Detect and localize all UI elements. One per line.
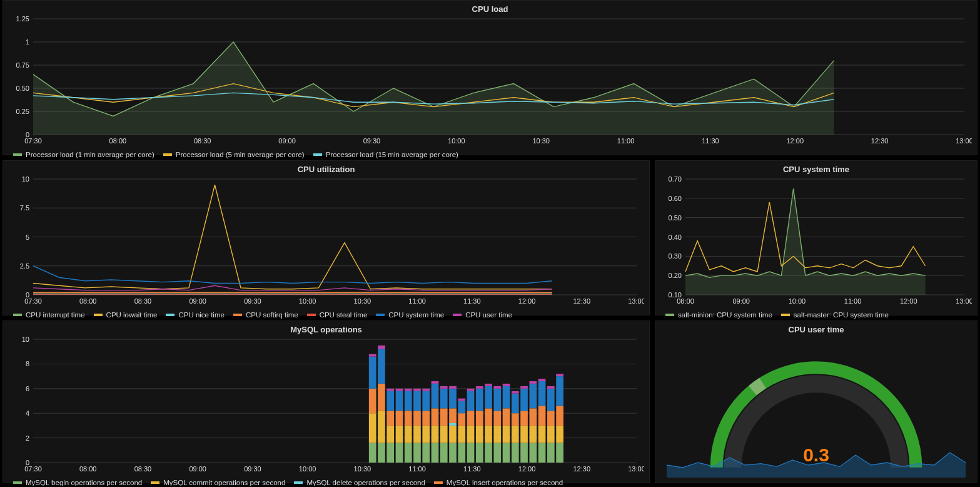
svg-rect-194 bbox=[547, 389, 555, 411]
svg-rect-104 bbox=[386, 389, 394, 391]
svg-rect-99 bbox=[378, 346, 385, 349]
svg-text:13:00: 13:00 bbox=[956, 297, 972, 305]
svg-rect-139 bbox=[449, 389, 457, 409]
svg-rect-128 bbox=[432, 384, 439, 408]
legend-item[interactable]: MySQL commit operations per second bbox=[151, 479, 285, 486]
svg-rect-193 bbox=[547, 411, 555, 426]
legend-item[interactable]: MySQL begin operations per second bbox=[13, 479, 142, 486]
svg-rect-122 bbox=[422, 411, 430, 426]
svg-rect-175 bbox=[512, 391, 519, 394]
chart-cpu-sys-time[interactable]: 0.100.200.300.400.500.600.7008:0009:0010… bbox=[660, 175, 972, 309]
svg-rect-123 bbox=[422, 391, 430, 411]
svg-text:1: 1 bbox=[26, 38, 29, 46]
legend-label: CPU system time bbox=[388, 311, 444, 319]
svg-text:07:30: 07:30 bbox=[24, 297, 42, 305]
legend-item[interactable]: CPU user time bbox=[453, 311, 512, 319]
chart-cpu-util[interactable]: 02.557.51007:3008:0008:3009:0009:3010:00… bbox=[8, 175, 644, 309]
svg-text:6: 6 bbox=[26, 385, 29, 392]
svg-rect-147 bbox=[467, 426, 475, 443]
legend-item[interactable]: MySQL insert operations per second bbox=[434, 479, 563, 486]
svg-rect-162 bbox=[493, 426, 501, 443]
legend-item[interactable]: CPU interrupt time bbox=[13, 311, 85, 319]
svg-rect-136 bbox=[449, 426, 457, 443]
svg-rect-97 bbox=[378, 384, 385, 411]
svg-text:10:00: 10:00 bbox=[299, 297, 316, 305]
legend-item[interactable]: Processor load (1 min average per core) bbox=[13, 151, 154, 158]
svg-rect-125 bbox=[432, 443, 439, 463]
svg-rect-127 bbox=[432, 408, 439, 426]
svg-rect-176 bbox=[520, 443, 528, 463]
svg-rect-101 bbox=[386, 426, 394, 443]
legend-item[interactable]: MySQL delete operations per second bbox=[294, 479, 425, 486]
svg-text:0.75: 0.75 bbox=[16, 61, 29, 69]
legend-item[interactable]: salt-master: CPU system time bbox=[781, 311, 889, 319]
svg-rect-93 bbox=[369, 357, 376, 389]
svg-text:11:00: 11:00 bbox=[617, 137, 635, 145]
legend-label: salt-master: CPU system time bbox=[794, 311, 889, 319]
svg-text:13:00: 13:00 bbox=[628, 465, 644, 473]
svg-rect-165 bbox=[493, 386, 501, 389]
legend-item[interactable]: CPU steal time bbox=[307, 311, 368, 319]
svg-rect-186 bbox=[538, 443, 546, 463]
svg-text:09:30: 09:30 bbox=[363, 137, 381, 145]
svg-rect-116 bbox=[413, 426, 421, 443]
chart-mysql-ops[interactable]: 024681007:3008:0008:3009:0009:3010:0010:… bbox=[8, 336, 644, 476]
legend-item[interactable]: Processor load (15 min average per core) bbox=[313, 151, 458, 158]
svg-text:12:00: 12:00 bbox=[900, 297, 917, 305]
legend-label: CPU steal time bbox=[320, 311, 368, 319]
legend-swatch bbox=[434, 481, 443, 484]
svg-rect-120 bbox=[422, 443, 430, 463]
chart-cpu-load[interactable]: 00.250.500.7511.2507:3008:0008:3009:0009… bbox=[8, 15, 972, 148]
legend-label: MySQL commit operations per second bbox=[163, 479, 285, 486]
legend-swatch bbox=[781, 314, 790, 316]
legend-label: CPU nice time bbox=[178, 311, 225, 319]
legend-item[interactable]: salt-minion: CPU system time bbox=[665, 311, 772, 319]
svg-rect-91 bbox=[369, 413, 376, 443]
svg-rect-96 bbox=[378, 411, 385, 443]
svg-rect-183 bbox=[529, 408, 537, 426]
svg-rect-196 bbox=[556, 443, 563, 463]
svg-text:10:00: 10:00 bbox=[789, 297, 806, 305]
svg-rect-187 bbox=[538, 426, 546, 443]
legend-item[interactable]: Processor load (5 min average per core) bbox=[163, 151, 305, 158]
svg-rect-131 bbox=[440, 426, 448, 443]
legend-item[interactable]: CPU system time bbox=[376, 311, 444, 319]
svg-rect-167 bbox=[503, 426, 510, 443]
svg-rect-164 bbox=[493, 389, 501, 411]
svg-rect-92 bbox=[369, 389, 376, 413]
legend-swatch bbox=[307, 314, 316, 316]
svg-rect-180 bbox=[520, 386, 528, 389]
panel-title-cpu-load[interactable]: CPU load bbox=[8, 4, 972, 14]
svg-rect-90 bbox=[369, 443, 376, 463]
panel-title-cpu-sys-time[interactable]: CPU system time bbox=[660, 165, 972, 174]
legend-item[interactable]: CPU iowait time bbox=[94, 311, 158, 319]
svg-rect-130 bbox=[440, 443, 448, 463]
svg-rect-200 bbox=[556, 374, 563, 376]
panel-title-cpu-user-time[interactable]: CPU user time bbox=[660, 325, 972, 334]
legend-label: MySQL insert operations per second bbox=[447, 479, 563, 486]
svg-text:13:00: 13:00 bbox=[628, 297, 644, 305]
gauge-cpu-user-time[interactable]: 0.3 bbox=[660, 336, 972, 479]
legend-item[interactable]: CPU softirq time bbox=[233, 311, 298, 319]
svg-rect-129 bbox=[432, 381, 439, 384]
svg-rect-100 bbox=[386, 443, 394, 463]
panel-cpu-util: CPU utilization 02.557.51007:3008:0008:3… bbox=[3, 160, 650, 315]
svg-text:4: 4 bbox=[26, 409, 29, 417]
svg-rect-177 bbox=[520, 426, 528, 443]
svg-text:0.40: 0.40 bbox=[669, 233, 682, 241]
legend-swatch bbox=[13, 314, 22, 316]
svg-rect-126 bbox=[432, 426, 439, 443]
panel-title-mysql-ops[interactable]: MySQL operations bbox=[8, 325, 644, 334]
svg-rect-169 bbox=[503, 386, 510, 408]
svg-text:11:30: 11:30 bbox=[702, 137, 719, 145]
svg-rect-134 bbox=[440, 386, 448, 389]
svg-text:07:30: 07:30 bbox=[24, 137, 42, 145]
svg-text:12:00: 12:00 bbox=[518, 465, 536, 473]
svg-text:0.50: 0.50 bbox=[669, 214, 682, 222]
legend-swatch bbox=[233, 314, 242, 316]
svg-rect-197 bbox=[556, 426, 563, 443]
svg-text:11:30: 11:30 bbox=[463, 465, 481, 473]
legend-item[interactable]: CPU nice time bbox=[166, 311, 225, 319]
svg-rect-137 bbox=[449, 423, 457, 426]
panel-title-cpu-util[interactable]: CPU utilization bbox=[8, 165, 644, 174]
